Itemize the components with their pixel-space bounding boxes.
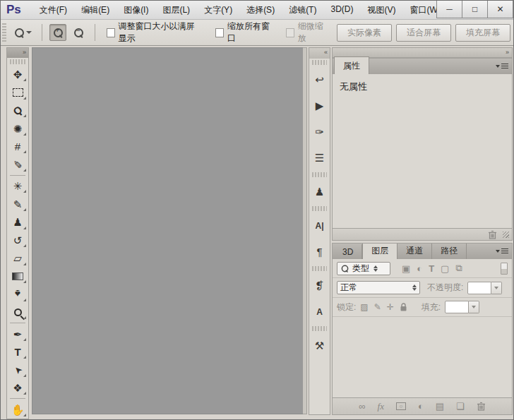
properties-panel: 属性 无属性: [332, 58, 513, 241]
character-styles-panel-icon[interactable]: A: [309, 299, 330, 325]
pen-tool[interactable]: ✒: [7, 325, 28, 343]
zoom-tool-preset-button[interactable]: [12, 27, 35, 39]
lock-image-pixels-icon[interactable]: ✎: [374, 302, 381, 312]
lock-all-icon[interactable]: [400, 303, 407, 312]
lock-transparent-pixels-icon[interactable]: ▨: [360, 302, 368, 312]
menu-layer[interactable]: 图层(L): [155, 1, 197, 19]
custom-shape-tool[interactable]: ❖: [7, 379, 28, 397]
menu-select[interactable]: 选择(S): [239, 1, 282, 19]
zoom-all-windows-checkbox[interactable]: [215, 28, 224, 37]
clone-stamp-tool[interactable]: ♟: [7, 213, 28, 232]
rectangular-marquee-tool[interactable]: [7, 83, 28, 102]
canvas-scrollbar-track[interactable]: [303, 47, 307, 414]
tab-properties[interactable]: 属性: [334, 56, 369, 74]
history-brush-tool[interactable]: ↺: [7, 232, 28, 250]
menu-image[interactable]: 图像(I): [116, 1, 155, 19]
canvas-bottom-edge: [32, 414, 307, 419]
opacity-dropdown-button[interactable]: [491, 282, 502, 294]
toolbar-collapse-button[interactable]: »: [7, 48, 28, 58]
panel-strip-grip[interactable]: [312, 326, 327, 331]
zoom-in-button[interactable]: +: [49, 24, 66, 41]
collapsed-panel-strip: « ↩ ▶ ✑ ☰ ♟ A| ¶ ❡ A ⚒: [309, 47, 330, 415]
filter-on-off-toggle[interactable]: [501, 263, 508, 275]
actions-panel-icon[interactable]: ▶: [309, 92, 330, 119]
panel-strip-grip[interactable]: [312, 172, 327, 177]
menu-window[interactable]: 窗口(W): [402, 1, 437, 19]
filter-pixel-layers-icon[interactable]: ▣: [402, 263, 410, 274]
layer-style-fx-icon[interactable]: fx: [378, 401, 384, 412]
paragraph-panel-icon[interactable]: ¶: [309, 239, 330, 265]
zoom-all-windows-label: 缩放所有窗口: [227, 20, 273, 44]
magic-wand-tool[interactable]: ✺: [7, 119, 28, 138]
layers-list[interactable]: [333, 317, 512, 397]
tab-paths[interactable]: 路径: [432, 243, 467, 259]
panel-menu-icon[interactable]: [496, 247, 508, 256]
tab-layers[interactable]: 图层: [362, 243, 398, 259]
gradient-icon: [12, 272, 23, 280]
panel-strip-grip[interactable]: [312, 266, 327, 271]
filter-smart-objects-icon[interactable]: ⧉: [455, 263, 462, 274]
crop-tool[interactable]: #: [7, 138, 28, 156]
brush-settings-panel-icon[interactable]: ☰: [309, 145, 330, 171]
path-selection-tool[interactable]: ➤: [7, 361, 28, 379]
paragraph-styles-panel-icon[interactable]: ❡: [309, 272, 330, 299]
toolbar-grip[interactable]: [10, 59, 25, 64]
trash-icon[interactable]: [488, 230, 497, 239]
panel-menu-icon[interactable]: [496, 62, 508, 71]
new-layer-icon[interactable]: ❏: [456, 401, 465, 412]
eyedropper-tool[interactable]: ✐: [7, 155, 28, 174]
history-panel-icon[interactable]: ↩: [309, 66, 330, 92]
fit-screen-button[interactable]: 适合屏幕: [396, 24, 451, 42]
brush-panel-icon[interactable]: ✑: [309, 119, 330, 145]
menu-edit[interactable]: 编辑(E): [74, 1, 116, 19]
tab-3d[interactable]: 3D: [334, 244, 362, 259]
new-group-icon[interactable]: ▤: [436, 401, 444, 412]
adjustment-layer-icon[interactable]: ◐: [418, 401, 424, 412]
gradient-tool[interactable]: [7, 268, 28, 286]
zoom-out-button[interactable]: −: [71, 24, 88, 41]
tab-channels[interactable]: 通道: [398, 243, 432, 259]
filter-shape-layers-icon[interactable]: ▢: [441, 263, 449, 274]
link-layers-icon[interactable]: ∞: [359, 401, 365, 412]
hand-tool[interactable]: ✋: [7, 400, 28, 419]
maximize-button[interactable]: □: [462, 0, 488, 18]
add-layer-mask-icon[interactable]: ○: [396, 402, 406, 410]
fill-dropdown-button[interactable]: [469, 301, 479, 313]
panel-strip-expand-button[interactable]: «: [309, 48, 330, 59]
tool-dock: » ✥ Ϙ ✺ # ✐ ✳ ✎ ♟ ↺ ▱ ♠ ✒ T ➤ ❖ ✋: [1, 46, 32, 419]
minimize-button[interactable]: ─: [436, 0, 462, 18]
move-tool[interactable]: ✥: [7, 66, 28, 84]
blend-mode-select[interactable]: 正常: [337, 281, 420, 294]
close-button[interactable]: ✕: [487, 0, 513, 18]
fill-screen-button[interactable]: 填充屏幕: [455, 24, 510, 42]
layer-filter-type-select[interactable]: 类型: [337, 262, 390, 275]
brush-tool[interactable]: ✎: [7, 195, 28, 213]
options-bar-grip[interactable]: [2, 23, 6, 42]
opacity-input[interactable]: [467, 282, 491, 294]
filter-type-layers-icon[interactable]: T: [429, 263, 434, 274]
menu-filter[interactable]: 滤镜(T): [282, 1, 323, 19]
canvas[interactable]: [32, 47, 303, 414]
menu-view[interactable]: 视图(V): [360, 1, 402, 19]
filter-adjustment-layers-icon[interactable]: ◐: [417, 263, 422, 274]
eraser-tool[interactable]: ▱: [7, 249, 28, 268]
type-tool[interactable]: T: [7, 343, 28, 361]
panel-resize-grip[interactable]: [503, 232, 509, 238]
delete-layer-trash-icon[interactable]: [477, 402, 486, 411]
lasso-tool[interactable]: Ϙ: [7, 102, 28, 120]
lock-position-icon[interactable]: ✛: [387, 302, 394, 312]
panel-strip-grip[interactable]: [312, 206, 327, 211]
clone-source-panel-icon[interactable]: ♟: [309, 179, 330, 205]
panel-strip-grip[interactable]: [312, 60, 327, 65]
tool-presets-panel-icon[interactable]: ⚒: [309, 332, 330, 359]
actual-pixels-button[interactable]: 实际像素: [337, 24, 392, 42]
menu-type[interactable]: 文字(Y): [197, 1, 239, 19]
menu-file[interactable]: 文件(F): [32, 1, 74, 19]
fill-input[interactable]: [445, 301, 469, 313]
dodge-tool[interactable]: [7, 304, 28, 322]
blur-tool[interactable]: ♠: [7, 285, 28, 304]
character-panel-icon[interactable]: A|: [309, 212, 330, 239]
resize-windows-checkbox[interactable]: [107, 28, 115, 37]
menu-3d[interactable]: 3D(D): [323, 1, 360, 19]
spot-healing-brush-tool[interactable]: ✳: [7, 177, 28, 196]
